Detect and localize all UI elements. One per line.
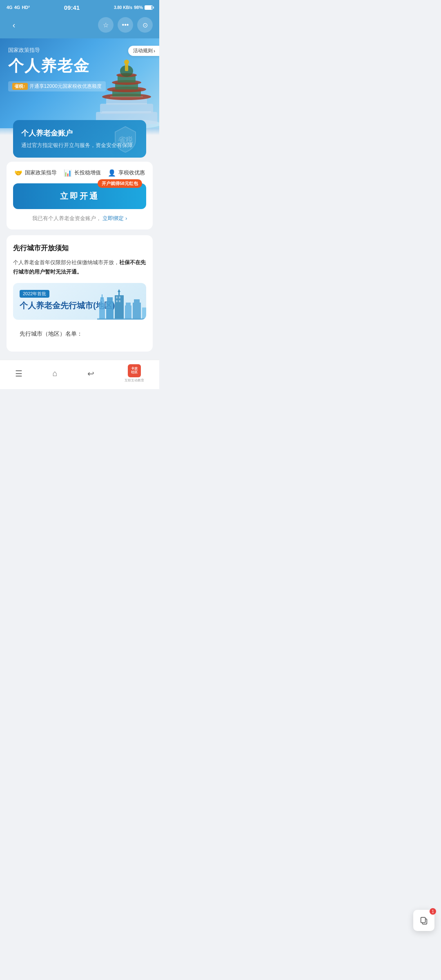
bind-link-row: 我已有个人养老金资金账户， 立即绑定 › xyxy=(11,209,149,225)
svg-rect-21 xyxy=(102,294,102,297)
city-list-label: 先行城市（地区）名单： xyxy=(20,330,82,337)
back-nav-icon: ↩ xyxy=(87,369,94,379)
notice-section: 先行城市开放须知 个人养老金首年仅限部分社保缴纳城市开放，社保不在先行城市的用户… xyxy=(7,235,153,352)
svg-rect-18 xyxy=(99,303,105,319)
svg-rect-25 xyxy=(116,296,118,298)
status-signal: 4G 4G HD² xyxy=(7,5,30,10)
bind-prefix: 我已有个人养老金资金账户， xyxy=(32,215,101,221)
city-banner: 2022年首批 个人养老金先行城市(地区) xyxy=(13,283,146,320)
svg-rect-34 xyxy=(134,299,140,303)
account-card: 个人养老金账户 通过官方指定银行开立与服务，资金安全有保障 省税 xyxy=(13,120,146,158)
red-packet-badge: 开户就得58元红包 xyxy=(98,179,142,188)
invest-icon: 📊 xyxy=(64,169,72,177)
bind-link[interactable]: 立即绑定 › xyxy=(102,215,127,221)
svg-rect-24 xyxy=(115,295,124,319)
brand-subtitle: 互联互动教育 xyxy=(125,378,144,383)
svg-rect-37 xyxy=(97,318,146,320)
nav-bar: ‹ ☆ ••• ⊙ xyxy=(0,14,159,38)
svg-rect-20 xyxy=(100,297,104,299)
star-button[interactable]: ☆ xyxy=(98,17,114,33)
status-right: 3.80 KB/s 98% xyxy=(114,5,153,10)
svg-rect-33 xyxy=(133,303,141,319)
feature-policy: 🤝 国家政策指导 xyxy=(14,169,57,177)
svg-rect-27 xyxy=(116,300,118,302)
feature-tax-label: 享税收优惠 xyxy=(118,169,145,176)
status-bar: 4G 4G HD² 09:41 3.80 KB/s 98% xyxy=(0,0,159,14)
features-card: 🤝 国家政策指导 📊 长投稳增值 👤 享税收优惠 开户就得58元红包 立即开通 … xyxy=(7,162,153,229)
svg-rect-19 xyxy=(100,299,104,303)
bottom-nav: ☰ ⌂ ↩ 卡农社区 互联互动教育 xyxy=(0,360,159,389)
brand-icon: 卡农社区 xyxy=(128,364,141,377)
city-list-card: 先行城市（地区）名单： xyxy=(13,325,146,343)
tax-badge: 省税↑ xyxy=(12,83,28,90)
nav-actions: ☆ ••• ⊙ xyxy=(98,17,153,33)
nav-home[interactable]: ⌂ xyxy=(53,369,58,378)
svg-rect-23 xyxy=(107,297,113,301)
shield-icon: 省税 xyxy=(111,125,140,153)
tax-icon: 👤 xyxy=(108,169,116,177)
svg-rect-31 xyxy=(125,305,131,319)
open-btn-wrapper: 开户就得58元红包 立即开通 xyxy=(13,183,146,209)
svg-rect-29 xyxy=(118,292,120,295)
battery-icon xyxy=(145,5,153,10)
svg-rect-22 xyxy=(106,301,114,319)
brand-logo: 卡农社区 互联互动教育 xyxy=(125,364,144,383)
feature-invest: 📊 长投稳增值 xyxy=(64,169,101,177)
svg-rect-35 xyxy=(142,307,146,319)
notice-body-part1: 个人养老金首年仅限部分社保缴纳城市开放， xyxy=(13,259,119,265)
nav-back[interactable]: ↩ xyxy=(87,369,94,379)
svg-marker-30 xyxy=(118,289,120,292)
nav-menu[interactable]: ☰ xyxy=(15,369,22,379)
svg-text:省税: 省税 xyxy=(118,136,133,144)
status-time: 09:41 xyxy=(64,4,80,11)
city-skyline xyxy=(97,287,146,320)
feature-invest-label: 长投稳增值 xyxy=(74,169,101,176)
home-icon: ⌂ xyxy=(53,369,58,378)
feature-tax: 👤 享税收优惠 xyxy=(108,169,145,177)
notice-body: 个人养老金首年仅限部分社保缴纳城市开放，社保不在先行城市的用户暂时无法开通。 xyxy=(13,258,146,277)
svg-rect-28 xyxy=(119,300,120,302)
policy-icon: 🤝 xyxy=(14,169,22,177)
temple-illustration xyxy=(90,55,159,128)
notice-title: 先行城市开放须知 xyxy=(13,243,146,253)
hero-banner: 活动规则 › 国家政策指导 个人养老金 省税↑ 开通享12000元国家税收优惠额… xyxy=(0,38,159,128)
back-button[interactable]: ‹ xyxy=(7,18,21,32)
year-badge: 2022年首批 xyxy=(20,290,49,298)
features-row: 🤝 国家政策指导 📊 长投稳增值 👤 享税收优惠 xyxy=(11,169,149,177)
svg-rect-32 xyxy=(126,303,131,305)
menu-icon: ☰ xyxy=(15,369,22,379)
record-button[interactable]: ⊙ xyxy=(137,17,153,33)
svg-point-13 xyxy=(124,60,129,65)
feature-policy-label: 国家政策指导 xyxy=(25,169,57,176)
svg-rect-2 xyxy=(100,104,153,114)
svg-rect-26 xyxy=(119,296,120,298)
more-button[interactable]: ••• xyxy=(118,17,133,33)
